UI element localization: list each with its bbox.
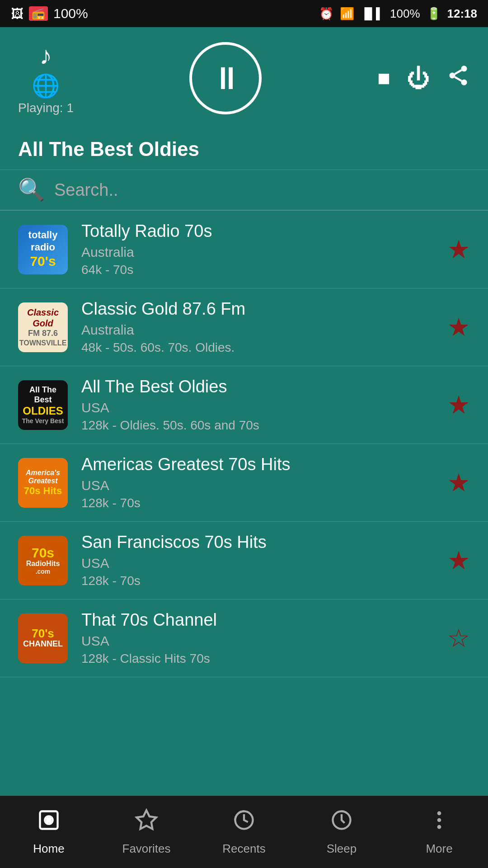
recents-label: Recents xyxy=(222,842,265,856)
station-info: That 70s Channel USA 128k - Classic Hits… xyxy=(81,610,438,666)
player-controls-row: ♪ 🌐 Playing: 1 ⏸ ■ ⏻ xyxy=(18,41,470,115)
photo-icon: 🖼 xyxy=(11,6,23,21)
station-info: Classic Gold 87.6 Fm Australia 48k - 50s… xyxy=(81,299,438,355)
station-item[interactable]: totally radio 70's Totally Radio 70s Aus… xyxy=(0,211,488,288)
favorite-star[interactable]: ☆ xyxy=(447,623,470,653)
favorite-star[interactable]: ★ xyxy=(447,235,470,264)
nav-sleep[interactable]: Sleep xyxy=(293,808,390,856)
favorite-star[interactable]: ★ xyxy=(447,390,470,420)
pause-icon: ⏸ xyxy=(211,60,240,96)
sleep-icon xyxy=(330,808,353,837)
svg-point-13 xyxy=(437,825,441,829)
station-item[interactable]: Classic Gold FM 87.6 TOWNSVILLE Classic … xyxy=(0,288,488,366)
stop-icon[interactable]: ■ xyxy=(377,66,390,90)
sleep-label: Sleep xyxy=(327,842,357,856)
station-list: totally radio 70's Totally Radio 70s Aus… xyxy=(0,211,488,796)
station-bitrate: 128k - 70s xyxy=(81,574,438,588)
station-info: Americas Greatest 70s Hits USA 128k - 70… xyxy=(81,455,438,510)
current-station-title: All The Best Oldies xyxy=(0,133,488,170)
svg-point-11 xyxy=(437,811,441,816)
station-name: Americas Greatest 70s Hits xyxy=(81,455,438,474)
search-bar: 🔍 xyxy=(0,170,488,211)
station-logo: America's Greatest 70s Hits xyxy=(18,458,68,508)
nav-home[interactable]: Home xyxy=(0,808,98,856)
station-country: Australia xyxy=(81,322,438,338)
station-bitrate: 48k - 50s. 60s. 70s. Oldies. xyxy=(81,340,438,355)
svg-marker-8 xyxy=(136,810,156,829)
station-item[interactable]: All The Best OLDIES The Very Best All Th… xyxy=(0,366,488,444)
globe-icon[interactable]: 🌐 xyxy=(32,73,60,99)
station-country: USA xyxy=(81,400,438,415)
wifi-icon: 📶 xyxy=(340,7,354,21)
favorite-star[interactable]: ★ xyxy=(447,468,470,497)
station-name: All The Best Oldies xyxy=(81,377,438,396)
alarm-icon: ⏰ xyxy=(319,7,333,21)
station-logo: 70s RadioHits .com xyxy=(18,536,68,585)
recents-icon xyxy=(232,808,256,837)
station-logo: All The Best OLDIES The Very Best xyxy=(18,380,68,430)
station-bitrate: 128k - 70s xyxy=(81,496,438,510)
station-bitrate: 64k - 70s xyxy=(81,263,438,277)
station-bitrate: 128k - Classic Hits 70s xyxy=(81,651,438,666)
player-left-section: ♪ 🌐 Playing: 1 xyxy=(18,41,74,115)
station-country: Australia xyxy=(81,245,438,260)
station-info: San Franciscos 70s Hits USA 128k - 70s xyxy=(81,533,438,588)
svg-point-12 xyxy=(437,818,441,822)
station-item[interactable]: 70's CHANNEL That 70s Channel USA 128k -… xyxy=(0,599,488,677)
station-country: USA xyxy=(81,633,438,649)
favorites-icon xyxy=(135,808,158,837)
time-display: 12:18 xyxy=(447,7,478,21)
station-item[interactable]: America's Greatest 70s Hits Americas Gre… xyxy=(0,444,488,522)
station-info: All The Best Oldies USA 128k - Oldies. 5… xyxy=(81,377,438,433)
svg-line-4 xyxy=(455,70,462,74)
station-info: Totally Radio 70s Australia 64k - 70s xyxy=(81,222,438,277)
svg-point-2 xyxy=(461,79,467,85)
more-label: More xyxy=(426,842,452,856)
svg-rect-7 xyxy=(47,818,51,822)
station-name: That 70s Channel xyxy=(81,610,438,630)
share-icon[interactable] xyxy=(446,64,470,93)
station-logo: Classic Gold FM 87.6 TOWNSVILLE xyxy=(18,302,68,352)
more-icon xyxy=(427,808,451,837)
nav-more[interactable]: More xyxy=(390,808,488,856)
pause-button[interactable]: ⏸ xyxy=(189,42,262,114)
home-icon xyxy=(37,808,61,837)
signal-count: 100% xyxy=(53,6,88,21)
station-bitrate: 128k - Oldies. 50s. 60s and 70s xyxy=(81,418,438,433)
station-country: USA xyxy=(81,478,438,493)
player-right-section: ■ ⏻ xyxy=(377,64,470,93)
svg-point-0 xyxy=(461,66,467,71)
favorite-star[interactable]: ★ xyxy=(447,312,470,342)
nav-favorites[interactable]: Favorites xyxy=(98,808,195,856)
main-content: ♪ 🌐 Playing: 1 ⏸ ■ ⏻ xyxy=(0,27,488,796)
station-item[interactable]: 70s RadioHits .com San Franciscos 70s Hi… xyxy=(0,522,488,599)
bottom-nav: Home Favorites Recents Sleep xyxy=(0,796,488,868)
favorites-label: Favorites xyxy=(122,842,171,856)
station-country: USA xyxy=(81,556,438,571)
svg-line-3 xyxy=(455,77,462,81)
status-bar: 🖼 📻 100% ⏰ 📶 ▐▌▌ 100% 🔋 12:18 xyxy=(0,0,488,27)
station-logo: 70's CHANNEL xyxy=(18,613,68,663)
playing-label: Playing: 1 xyxy=(18,101,74,115)
station-name: Classic Gold 87.6 Fm xyxy=(81,299,438,319)
status-right-icons: ⏰ 📶 ▐▌▌ 100% 🔋 12:18 xyxy=(319,7,477,21)
battery-percent: 100% xyxy=(390,7,420,21)
power-icon[interactable]: ⏻ xyxy=(407,65,430,92)
svg-point-1 xyxy=(450,72,455,78)
station-name: Totally Radio 70s xyxy=(81,222,438,241)
signal-bars-icon: ▐▌▌ xyxy=(361,7,384,20)
station-name: San Franciscos 70s Hits xyxy=(81,533,438,552)
search-icon: 🔍 xyxy=(18,177,45,203)
nav-recents[interactable]: Recents xyxy=(195,808,293,856)
radio-icon: 📻 xyxy=(29,6,48,21)
status-left-icons: 🖼 📻 100% xyxy=(11,6,88,21)
battery-icon: 🔋 xyxy=(427,7,441,21)
station-logo: totally radio 70's xyxy=(18,225,68,274)
search-input[interactable] xyxy=(54,180,470,200)
player-header: ♪ 🌐 Playing: 1 ⏸ ■ ⏻ xyxy=(0,27,488,133)
music-icon[interactable]: ♪ xyxy=(39,41,52,70)
home-label: Home xyxy=(33,842,64,856)
favorite-star[interactable]: ★ xyxy=(447,546,470,575)
